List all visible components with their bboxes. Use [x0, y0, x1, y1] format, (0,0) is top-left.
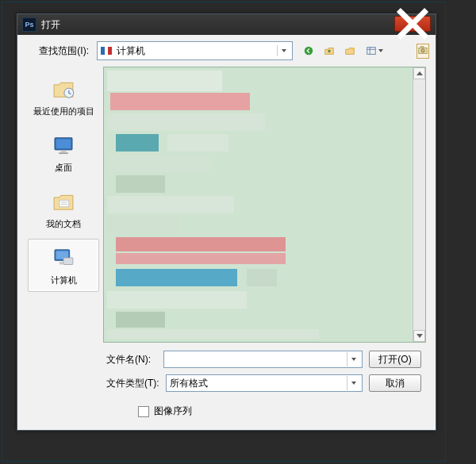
open-dialog: Ps 打开 查找范围(I): 计算机 — [17, 13, 436, 431]
svg-rect-7 — [420, 46, 424, 48]
svg-rect-2 — [367, 48, 376, 55]
scrollbar[interactable] — [413, 67, 425, 342]
svg-rect-19 — [60, 262, 63, 264]
scroll-up-icon[interactable] — [413, 67, 425, 79]
scroll-down-icon[interactable] — [413, 330, 425, 342]
svg-rect-18 — [63, 258, 73, 265]
app-icon: Ps — [22, 17, 36, 32]
image-sequence-checkbox[interactable] — [138, 406, 149, 417]
place-label: 桌面 — [55, 162, 72, 174]
cancel-button[interactable]: 取消 — [369, 374, 421, 392]
recent-items-icon — [49, 75, 78, 102]
views-button[interactable] — [363, 43, 386, 59]
scroll-track[interactable] — [413, 79, 425, 330]
look-in-combo[interactable]: 计算机 — [97, 41, 293, 60]
close-button[interactable] — [394, 16, 431, 32]
place-label: 计算机 — [51, 274, 77, 286]
look-in-value: 计算机 — [117, 44, 145, 58]
titlebar: Ps 打开 — [17, 14, 436, 35]
window-title: 打开 — [41, 18, 60, 32]
computer-icon — [101, 47, 112, 55]
chevron-down-icon[interactable] — [347, 376, 359, 390]
svg-point-0 — [305, 47, 313, 56]
documents-icon — [49, 188, 78, 215]
place-label: 最近使用的项目 — [33, 105, 94, 117]
look-in-label: 查找范围(I): — [24, 44, 92, 58]
places-bar: 最近使用的项目 桌面 我的文档 — [24, 67, 103, 343]
file-list-content-blurred — [107, 71, 410, 339]
place-recent[interactable]: 最近使用的项目 — [28, 70, 99, 123]
chevron-down-icon[interactable] — [347, 352, 359, 366]
file-name-label: 文件名(N): — [106, 353, 157, 366]
up-one-level-button[interactable] — [321, 43, 337, 59]
file-type-combo[interactable]: 所有格式 — [166, 374, 363, 392]
svg-rect-10 — [56, 139, 71, 148]
svg-rect-12 — [59, 152, 68, 154]
svg-rect-11 — [61, 151, 67, 153]
toolbar — [301, 43, 386, 59]
svg-point-6 — [421, 48, 424, 52]
file-name-combo[interactable] — [163, 351, 363, 368]
file-type-label: 文件类型(T): — [106, 377, 159, 390]
svg-point-1 — [351, 48, 355, 51]
place-mydocs[interactable]: 我的文档 — [28, 182, 99, 236]
open-button[interactable]: 打开(O) — [369, 351, 421, 368]
file-type-value: 所有格式 — [170, 377, 208, 390]
desktop-icon — [49, 132, 78, 159]
place-desktop[interactable]: 桌面 — [28, 126, 99, 179]
chevron-down-icon[interactable] — [277, 45, 289, 56]
back-button[interactable] — [301, 43, 317, 59]
computer-icon — [49, 244, 78, 271]
camera-icon[interactable] — [416, 44, 429, 59]
new-folder-button[interactable] — [342, 43, 358, 59]
svg-rect-13 — [60, 200, 69, 206]
place-label: 我的文档 — [46, 218, 81, 230]
place-computer[interactable]: 计算机 — [28, 239, 99, 292]
image-sequence-label: 图像序列 — [154, 405, 192, 418]
file-list[interactable] — [103, 67, 426, 343]
